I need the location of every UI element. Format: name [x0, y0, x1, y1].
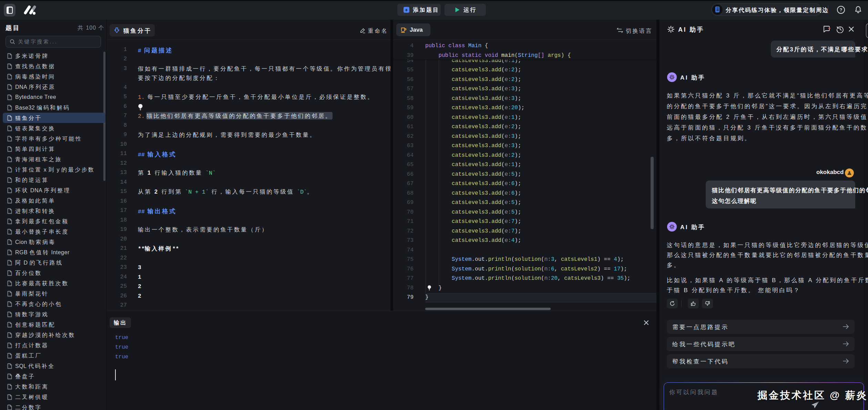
svg-text:?: ? [840, 7, 843, 12]
